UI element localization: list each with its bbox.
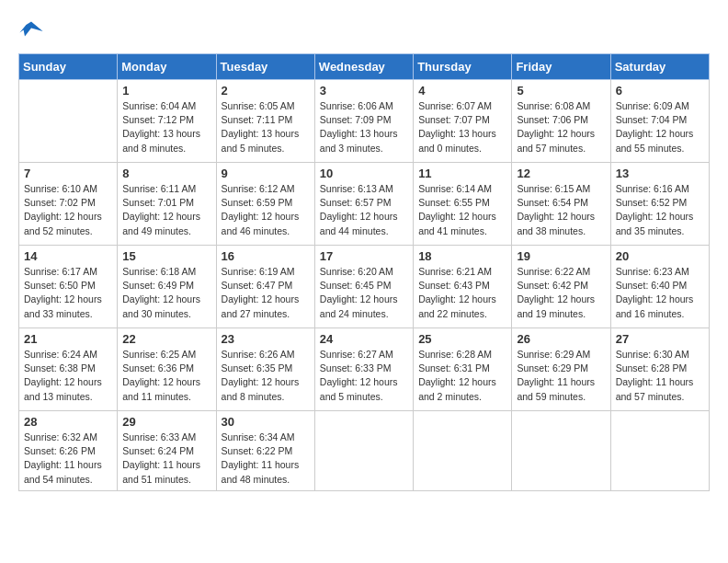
header-wednesday: Wednesday	[314, 54, 413, 80]
calendar-cell: 1Sunrise: 6:04 AM Sunset: 7:12 PM Daylig…	[118, 80, 216, 163]
day-info: Sunrise: 6:13 AM Sunset: 6:57 PM Dayligh…	[320, 182, 408, 238]
calendar-cell: 5Sunrise: 6:08 AM Sunset: 7:06 PM Daylig…	[512, 80, 610, 163]
calendar-cell: 9Sunrise: 6:12 AM Sunset: 6:59 PM Daylig…	[216, 163, 314, 246]
calendar-cell: 7Sunrise: 6:10 AM Sunset: 7:02 PM Daylig…	[19, 163, 118, 246]
calendar-week-row: 28Sunrise: 6:32 AM Sunset: 6:26 PM Dayli…	[19, 411, 710, 491]
day-info: Sunrise: 6:33 AM Sunset: 6:24 PM Dayligh…	[122, 431, 210, 487]
calendar-cell: 14Sunrise: 6:17 AM Sunset: 6:50 PM Dayli…	[19, 246, 118, 328]
day-info: Sunrise: 6:16 AM Sunset: 6:52 PM Dayligh…	[616, 182, 704, 238]
day-info: Sunrise: 6:05 AM Sunset: 7:11 PM Dayligh…	[222, 99, 310, 155]
day-number: 13	[616, 167, 704, 180]
day-number: 3	[320, 84, 408, 98]
day-info: Sunrise: 6:27 AM Sunset: 6:33 PM Dayligh…	[320, 348, 408, 404]
header-area	[18, 18, 710, 44]
day-number: 21	[24, 332, 112, 346]
calendar-cell: 30Sunrise: 6:34 AM Sunset: 6:22 PM Dayli…	[216, 411, 314, 491]
calendar-cell: 12Sunrise: 6:15 AM Sunset: 6:54 PM Dayli…	[512, 163, 610, 246]
day-number: 25	[418, 332, 506, 346]
calendar-cell	[414, 411, 512, 491]
day-number: 11	[418, 167, 506, 180]
day-number: 14	[24, 249, 112, 263]
day-number: 26	[517, 332, 605, 346]
day-info: Sunrise: 6:14 AM Sunset: 6:55 PM Dayligh…	[418, 182, 506, 238]
calendar-cell: 3Sunrise: 6:06 AM Sunset: 7:09 PM Daylig…	[314, 80, 413, 163]
calendar-cell	[19, 80, 118, 163]
day-info: Sunrise: 6:22 AM Sunset: 6:42 PM Dayligh…	[517, 265, 605, 321]
calendar-cell: 24Sunrise: 6:27 AM Sunset: 6:33 PM Dayli…	[314, 328, 413, 411]
day-number: 27	[616, 332, 704, 346]
header-thursday: Thursday	[414, 54, 512, 80]
day-number: 15	[122, 249, 210, 263]
day-info: Sunrise: 6:17 AM Sunset: 6:50 PM Dayligh…	[24, 265, 112, 321]
day-info: Sunrise: 6:18 AM Sunset: 6:49 PM Dayligh…	[122, 265, 210, 321]
calendar-cell: 22Sunrise: 6:25 AM Sunset: 6:36 PM Dayli…	[118, 328, 216, 411]
calendar-cell: 10Sunrise: 6:13 AM Sunset: 6:57 PM Dayli…	[314, 163, 413, 246]
header-sunday: Sunday	[19, 54, 118, 80]
header-friday: Friday	[512, 54, 610, 80]
day-number: 24	[320, 332, 408, 346]
header-monday: Monday	[118, 54, 216, 80]
day-info: Sunrise: 6:11 AM Sunset: 7:01 PM Dayligh…	[122, 182, 210, 238]
calendar-cell: 21Sunrise: 6:24 AM Sunset: 6:38 PM Dayli…	[19, 328, 118, 411]
day-number: 23	[222, 332, 310, 346]
calendar-week-row: 21Sunrise: 6:24 AM Sunset: 6:38 PM Dayli…	[19, 328, 710, 411]
day-number: 1	[122, 84, 210, 98]
calendar-cell: 11Sunrise: 6:14 AM Sunset: 6:55 PM Dayli…	[414, 163, 512, 246]
day-info: Sunrise: 6:32 AM Sunset: 6:26 PM Dayligh…	[24, 431, 112, 487]
calendar-cell: 27Sunrise: 6:30 AM Sunset: 6:28 PM Dayli…	[610, 328, 709, 411]
calendar-table: SundayMondayTuesdayWednesdayThursdayFrid…	[18, 53, 710, 491]
day-info: Sunrise: 6:21 AM Sunset: 6:43 PM Dayligh…	[418, 265, 506, 321]
calendar-cell: 25Sunrise: 6:28 AM Sunset: 6:31 PM Dayli…	[414, 328, 512, 411]
day-number: 10	[320, 167, 408, 180]
day-number: 29	[122, 415, 210, 429]
calendar-week-row: 7Sunrise: 6:10 AM Sunset: 7:02 PM Daylig…	[19, 163, 710, 246]
day-info: Sunrise: 6:20 AM Sunset: 6:45 PM Dayligh…	[320, 265, 408, 321]
day-info: Sunrise: 6:28 AM Sunset: 6:31 PM Dayligh…	[418, 348, 506, 404]
header-saturday: Saturday	[610, 54, 709, 80]
day-number: 6	[616, 84, 704, 98]
calendar-cell: 19Sunrise: 6:22 AM Sunset: 6:42 PM Dayli…	[512, 246, 610, 328]
day-number: 8	[122, 167, 210, 180]
calendar-cell	[314, 411, 413, 491]
calendar-cell: 26Sunrise: 6:29 AM Sunset: 6:29 PM Dayli…	[512, 328, 610, 411]
day-number: 7	[24, 167, 112, 180]
header-tuesday: Tuesday	[216, 54, 314, 80]
day-info: Sunrise: 6:24 AM Sunset: 6:38 PM Dayligh…	[24, 348, 112, 404]
day-info: Sunrise: 6:25 AM Sunset: 6:36 PM Dayligh…	[122, 348, 210, 404]
day-info: Sunrise: 6:04 AM Sunset: 7:12 PM Dayligh…	[122, 99, 210, 155]
day-number: 2	[222, 84, 310, 98]
day-info: Sunrise: 6:30 AM Sunset: 6:28 PM Dayligh…	[616, 348, 704, 404]
day-number: 28	[24, 415, 112, 429]
day-info: Sunrise: 6:09 AM Sunset: 7:04 PM Dayligh…	[616, 99, 704, 155]
calendar-cell: 15Sunrise: 6:18 AM Sunset: 6:49 PM Dayli…	[118, 246, 216, 328]
day-number: 16	[222, 249, 310, 263]
day-info: Sunrise: 6:34 AM Sunset: 6:22 PM Dayligh…	[222, 431, 310, 487]
logo-bird-icon	[18, 18, 44, 44]
day-info: Sunrise: 6:15 AM Sunset: 6:54 PM Dayligh…	[517, 182, 605, 238]
day-number: 9	[222, 167, 310, 180]
calendar-cell: 23Sunrise: 6:26 AM Sunset: 6:35 PM Dayli…	[216, 328, 314, 411]
calendar-cell: 13Sunrise: 6:16 AM Sunset: 6:52 PM Dayli…	[610, 163, 709, 246]
day-number: 17	[320, 249, 408, 263]
day-info: Sunrise: 6:23 AM Sunset: 6:40 PM Dayligh…	[616, 265, 704, 321]
day-number: 5	[517, 84, 605, 98]
day-number: 18	[418, 249, 506, 263]
day-number: 22	[122, 332, 210, 346]
calendar-cell: 8Sunrise: 6:11 AM Sunset: 7:01 PM Daylig…	[118, 163, 216, 246]
day-number: 30	[222, 415, 310, 429]
calendar-cell: 29Sunrise: 6:33 AM Sunset: 6:24 PM Dayli…	[118, 411, 216, 491]
calendar-cell: 4Sunrise: 6:07 AM Sunset: 7:07 PM Daylig…	[414, 80, 512, 163]
day-info: Sunrise: 6:29 AM Sunset: 6:29 PM Dayligh…	[517, 348, 605, 404]
logo	[18, 18, 48, 44]
day-number: 4	[418, 84, 506, 98]
day-info: Sunrise: 6:19 AM Sunset: 6:47 PM Dayligh…	[222, 265, 310, 321]
calendar-cell: 17Sunrise: 6:20 AM Sunset: 6:45 PM Dayli…	[314, 246, 413, 328]
svg-marker-0	[19, 22, 42, 37]
calendar-cell	[512, 411, 610, 491]
calendar-cell: 16Sunrise: 6:19 AM Sunset: 6:47 PM Dayli…	[216, 246, 314, 328]
calendar-week-row: 14Sunrise: 6:17 AM Sunset: 6:50 PM Dayli…	[19, 246, 710, 328]
calendar-week-row: 1Sunrise: 6:04 AM Sunset: 7:12 PM Daylig…	[19, 80, 710, 163]
day-number: 12	[517, 167, 605, 180]
calendar-cell: 6Sunrise: 6:09 AM Sunset: 7:04 PM Daylig…	[610, 80, 709, 163]
calendar-cell: 28Sunrise: 6:32 AM Sunset: 6:26 PM Dayli…	[19, 411, 118, 491]
